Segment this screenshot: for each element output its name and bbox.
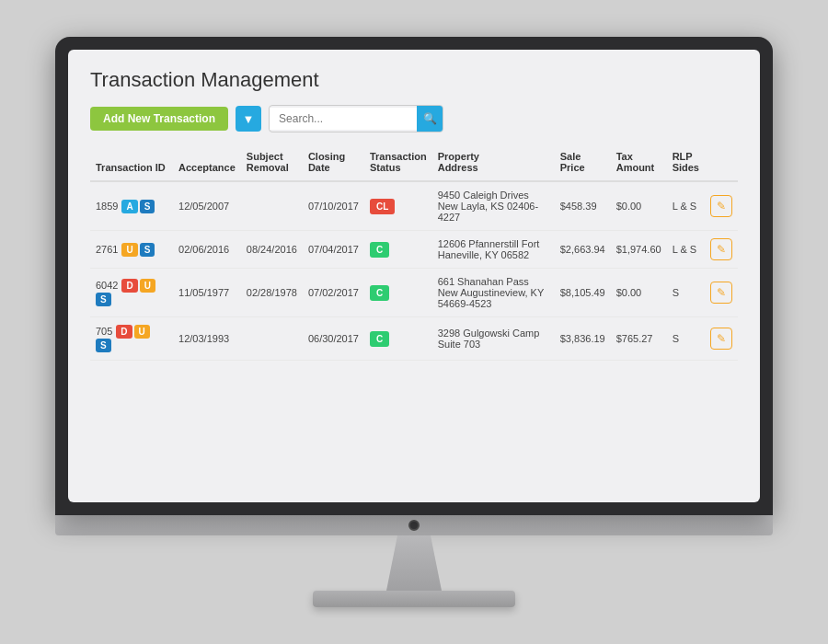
- status-badge: C: [370, 242, 389, 258]
- cell-edit: ✎: [705, 231, 738, 269]
- cell-subject-removal: [241, 181, 303, 231]
- monitor-base: [313, 591, 515, 607]
- table-row: 6042DUS 11/05/1977 02/28/1978 07/02/2017…: [90, 269, 738, 317]
- monitor-screen: Transaction Management Add New Transacti…: [68, 50, 760, 502]
- filter-icon: ▼: [243, 112, 255, 126]
- cell-id: 1859AS: [90, 181, 173, 231]
- col-property-address: PropertyAddress: [432, 145, 555, 181]
- cell-address: 12606 Pfannerstill Fort Haneville, KY 06…: [432, 231, 555, 269]
- monitor: Transaction Management Add New Transacti…: [55, 37, 773, 607]
- cell-acceptance: 02/06/2016: [173, 231, 241, 269]
- cell-rlp-sides: S: [667, 269, 705, 317]
- tag-s: S: [96, 339, 111, 352]
- cell-acceptance: 12/03/1993: [173, 317, 241, 361]
- tag-d: D: [121, 279, 137, 293]
- cell-acceptance: 11/05/1977: [173, 269, 241, 317]
- cell-closing-date: 07/02/2017: [303, 269, 364, 317]
- cell-status: C: [364, 269, 432, 317]
- monitor-camera: [408, 520, 420, 531]
- cell-rlp-sides: S: [667, 317, 705, 361]
- cell-sale-price: $8,105.49: [555, 269, 611, 317]
- edit-button[interactable]: ✎: [710, 282, 732, 304]
- filter-button[interactable]: ▼: [236, 106, 261, 132]
- cell-subject-removal: [241, 317, 303, 361]
- transactions-table: Transaction ID Acceptance SubjectRemoval…: [90, 145, 738, 361]
- cell-id: 2761US: [90, 231, 173, 269]
- cell-id: 705DUS: [90, 317, 173, 361]
- row-id: 705: [96, 326, 112, 337]
- monitor-neck: [386, 535, 442, 591]
- col-tax-amount: TaxAmount: [611, 145, 667, 181]
- table-header-row: Transaction ID Acceptance SubjectRemoval…: [90, 145, 738, 181]
- edit-button[interactable]: ✎: [710, 328, 732, 350]
- tag-s: S: [96, 293, 111, 306]
- cell-address: 9450 Caleigh Drives New Layla, KS 02406-…: [432, 181, 555, 231]
- cell-edit: ✎: [705, 181, 738, 231]
- col-subject-removal: SubjectRemoval: [241, 145, 303, 181]
- cell-address: 661 Shanahan Pass New Augustineview, KY …: [432, 269, 555, 317]
- table-row: 705DUS 12/03/1993 06/30/2017 C 3298 Gulg…: [90, 317, 738, 361]
- edit-button[interactable]: ✎: [710, 238, 732, 260]
- search-box: 🔍: [269, 105, 443, 132]
- edit-button[interactable]: ✎: [710, 195, 732, 217]
- status-badge: C: [370, 331, 389, 347]
- toolbar: Add New Transaction ▼ 🔍: [90, 105, 738, 132]
- cell-rlp-sides: L & S: [667, 231, 705, 269]
- search-input[interactable]: [270, 108, 417, 130]
- row-id: 1859: [96, 201, 118, 212]
- cell-address: 3298 Gulgowski Camp Suite 703: [432, 317, 555, 361]
- col-acceptance: Acceptance: [173, 145, 241, 181]
- cell-sale-price: $2,663.94: [555, 231, 611, 269]
- cell-tax-amount: $0.00: [611, 181, 667, 231]
- col-closing-date: ClosingDate: [303, 145, 364, 181]
- col-rlp-sides: RLPSides: [667, 145, 705, 181]
- cell-subject-removal: 02/28/1978: [241, 269, 303, 317]
- tag-u: U: [134, 325, 150, 339]
- cell-acceptance: 12/05/2007: [173, 181, 241, 231]
- table-row: 1859AS 12/05/2007 07/10/2017 CL 9450 Cal…: [90, 181, 738, 231]
- cell-sale-price: $3,836.19: [555, 317, 611, 361]
- tag-s: S: [140, 243, 155, 257]
- search-icon: 🔍: [423, 112, 437, 125]
- cell-tax-amount: $765.27: [611, 317, 667, 361]
- col-transaction-id: Transaction ID: [90, 145, 173, 181]
- cell-closing-date: 07/04/2017: [303, 231, 364, 269]
- tag-u: U: [121, 243, 137, 257]
- tag-u: U: [140, 279, 155, 293]
- cell-rlp-sides: L & S: [667, 181, 705, 231]
- row-id: 2761: [96, 244, 118, 255]
- cell-status: C: [364, 317, 432, 361]
- cell-closing-date: 07/10/2017: [303, 181, 364, 231]
- cell-edit: ✎: [705, 317, 738, 361]
- transactions-table-wrapper: Transaction ID Acceptance SubjectRemoval…: [90, 145, 738, 361]
- cell-tax-amount: $1,974.60: [611, 231, 667, 269]
- monitor-bezel: [55, 515, 773, 535]
- table-row: 2761US 02/06/2016 08/24/2016 07/04/2017 …: [90, 231, 738, 269]
- page-title: Transaction Management: [90, 68, 738, 92]
- cell-tax-amount: $0.00: [611, 269, 667, 317]
- tag-d: D: [116, 325, 132, 339]
- cell-sale-price: $458.39: [555, 181, 611, 231]
- add-transaction-button[interactable]: Add New Transaction: [90, 107, 228, 131]
- tag-a: A: [121, 200, 137, 213]
- cell-edit: ✎: [705, 269, 738, 317]
- cell-status: C: [364, 231, 432, 269]
- cell-status: CL: [364, 181, 432, 231]
- cell-subject-removal: 08/24/2016: [241, 231, 303, 269]
- row-id: 6042: [96, 280, 118, 291]
- col-transaction-status: TransactionStatus: [364, 145, 432, 181]
- tag-s: S: [140, 200, 155, 213]
- status-badge: CL: [370, 199, 395, 214]
- col-actions: [705, 145, 738, 181]
- status-badge: C: [370, 285, 389, 301]
- monitor-body: Transaction Management Add New Transacti…: [55, 37, 773, 515]
- cell-id: 6042DUS: [90, 269, 173, 317]
- cell-closing-date: 06/30/2017: [303, 317, 364, 361]
- search-button[interactable]: 🔍: [417, 106, 443, 132]
- col-sale-price: SalePrice: [555, 145, 611, 181]
